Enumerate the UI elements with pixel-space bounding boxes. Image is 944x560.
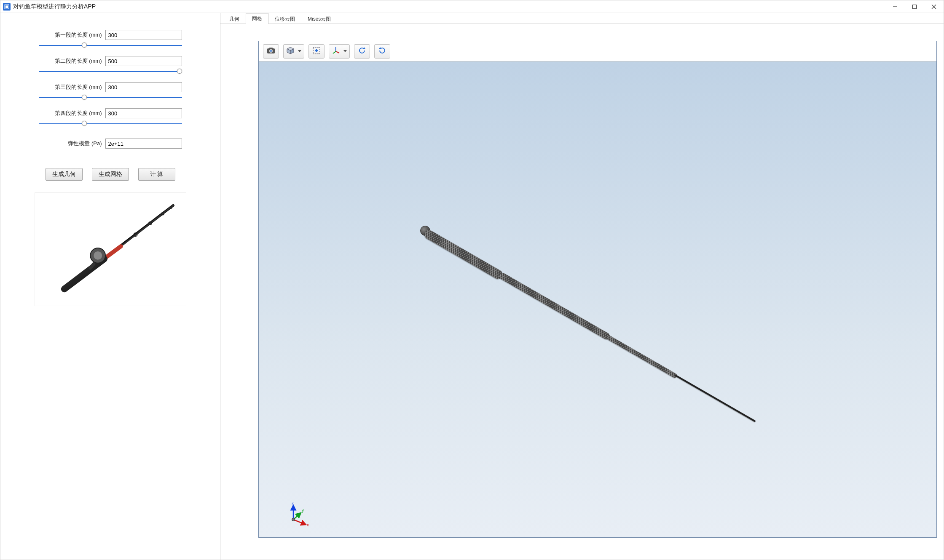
generate-mesh-button[interactable]: 生成网格 (92, 168, 129, 181)
app-window: 对钓鱼竿模型进行静力分析APP 第一段的长度 (mm) 第二段的长度 (mm) (0, 0, 944, 560)
action-buttons: 生成几何 生成网格 计 算 (46, 168, 175, 181)
fit-view-button[interactable] (308, 44, 324, 59)
svg-rect-18 (269, 48, 273, 49)
rotate-cw-icon (378, 46, 386, 56)
length2-slider[interactable] (39, 69, 182, 75)
tab-mises[interactable]: Mises云图 (301, 13, 337, 24)
tab-geometry[interactable]: 几何 (223, 13, 246, 24)
param-row-length2: 第二段的长度 (mm) (39, 56, 182, 66)
rotate-ccw-icon (358, 46, 366, 56)
length1-slider[interactable] (39, 43, 182, 48)
viewport-canvas[interactable]: z x y (259, 61, 936, 537)
rod-segment-2 (498, 272, 611, 341)
axes-toggle-dropdown[interactable] (329, 44, 350, 59)
tab-mesh[interactable]: 网格 (246, 13, 268, 24)
viewport-stage: z x y (220, 24, 944, 560)
svg-line-27 (333, 51, 336, 53)
fit-icon (312, 46, 321, 56)
tab-displacement[interactable]: 位移云图 (268, 13, 301, 24)
svg-point-20 (270, 50, 272, 52)
param-row-emodulus: 弹性模量 (Pa) (39, 139, 182, 149)
titlebar: 对钓鱼竿模型进行静力分析APP (0, 0, 944, 13)
param-row-length4: 第四段的长度 (mm) (39, 108, 182, 118)
param-row-length3: 第三段的长度 (mm) (39, 82, 182, 92)
svg-rect-3 (913, 5, 917, 8)
axis-z-label: z (292, 501, 294, 505)
svg-rect-1 (5, 5, 8, 8)
svg-point-33 (292, 518, 295, 521)
svg-point-11 (94, 251, 102, 260)
param-label: 第一段的长度 (mm) (39, 31, 105, 39)
rod-segment-3 (606, 335, 678, 379)
orientation-triad: z x y (284, 501, 309, 526)
param-label: 第三段的长度 (mm) (39, 83, 105, 91)
length2-input[interactable] (105, 56, 182, 66)
length3-input[interactable] (105, 82, 182, 92)
axis-y-label: y (302, 508, 304, 513)
length4-input[interactable] (105, 108, 182, 118)
emodulus-input[interactable] (105, 139, 182, 149)
svg-line-7 (118, 205, 173, 248)
minimize-button[interactable] (885, 0, 905, 13)
app-icon (3, 3, 11, 11)
viewport: z x y (258, 41, 937, 538)
svg-line-8 (106, 246, 121, 257)
compute-button[interactable]: 计 算 (138, 168, 175, 181)
length3-slider[interactable] (39, 95, 182, 101)
close-button[interactable] (924, 0, 944, 13)
length4-slider[interactable] (39, 121, 182, 127)
axes-icon (332, 46, 340, 56)
viewport-toolbar (259, 41, 936, 61)
camera-snapshot-button[interactable] (263, 44, 279, 59)
rod-segment-1 (423, 228, 504, 280)
param-label: 第四段的长度 (mm) (39, 109, 105, 117)
maximize-button[interactable] (905, 0, 924, 13)
view-preset-dropdown[interactable] (283, 44, 304, 59)
svg-line-31 (293, 520, 306, 525)
camera-icon (267, 47, 275, 55)
rotate-ccw-button[interactable] (354, 44, 370, 59)
param-row-length1: 第一段的长度 (mm) (39, 30, 182, 40)
rod-segment-4 (675, 374, 756, 422)
tab-bar: 几何 网格 位移云图 Mises云图 (220, 13, 944, 24)
cube-icon (286, 46, 295, 56)
main-area: 几何 网格 位移云图 Mises云图 (220, 13, 944, 560)
rotate-cw-button[interactable] (374, 44, 390, 59)
reference-image (35, 192, 186, 306)
window-title: 对钓鱼竿模型进行静力分析APP (13, 3, 96, 11)
generate-geometry-button[interactable]: 生成几何 (46, 168, 83, 181)
param-label: 第二段的长度 (mm) (39, 57, 105, 65)
length1-input[interactable] (105, 30, 182, 40)
sidebar: 第一段的长度 (mm) 第二段的长度 (mm) 第三段的长度 (mm) (0, 13, 220, 560)
parameters-panel: 第一段的长度 (mm) 第二段的长度 (mm) 第三段的长度 (mm) (39, 30, 182, 151)
svg-line-26 (336, 51, 339, 53)
axis-x-label: x (307, 523, 309, 527)
param-label: 弹性模量 (Pa) (39, 140, 105, 147)
